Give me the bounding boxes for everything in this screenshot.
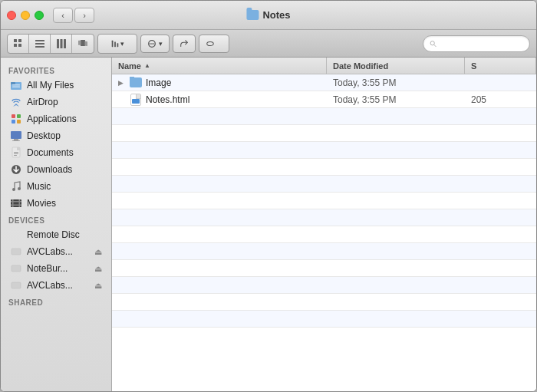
eject-button-3[interactable]: ⏏ [94,281,102,291]
file-name-cell: ▶ Image [112,77,327,89]
sidebar-item-desktop[interactable]: Desktop [2,127,110,144]
empty-row [112,176,536,193]
sort-arrow-name: ▲ [144,62,150,69]
empty-row [112,108,536,125]
svg-point-41 [18,187,21,190]
toolbar: ▾ ▾ [1,30,536,58]
svg-rect-27 [12,114,15,118]
back-button[interactable]: ‹ [53,8,73,23]
sidebar-item-documents[interactable]: Documents [2,144,110,161]
sidebar-item-music[interactable]: Music [2,178,110,195]
empty-row [112,142,536,159]
svg-rect-46 [19,199,21,207]
content-area: FAVORITES All My Files [1,58,536,391]
titlebar: ‹ › Notes [1,1,536,30]
table-row[interactable]: ▶ Image Today, 3:55 PM [112,74,536,91]
music-icon [10,180,22,193]
svg-rect-50 [12,249,21,255]
sidebar-item-label: NoteBur... [27,263,68,274]
sidebar-item-remote-disc[interactable]: Remote Disc [2,226,110,243]
remote-disc-icon [10,229,22,241]
col-header-name[interactable]: Name ▲ [112,58,327,74]
empty-row [112,125,536,142]
share-button[interactable] [173,35,196,53]
svg-rect-5 [35,43,44,44]
svg-point-40 [12,188,15,191]
file-date-cell: Today, 3:55 PM [327,77,465,88]
file-header: Name ▲ Date Modified S [112,58,536,74]
arrange-button[interactable]: ▾ [98,35,137,53]
search-box[interactable] [423,35,530,52]
documents-icon [10,147,22,159]
empty-row [112,193,536,209]
empty-row [112,294,536,311]
all-my-files-icon [10,79,22,91]
svg-rect-30 [17,120,21,124]
svg-rect-14 [114,41,116,47]
svg-rect-32 [14,139,18,140]
sidebar-item-all-my-files[interactable]: All My Files [2,77,110,94]
arrange-group: ▾ [97,34,137,54]
icon-view-button[interactable] [8,35,29,53]
coverflow-view-button[interactable] [72,35,94,53]
svg-rect-37 [14,153,18,154]
sidebar-item-applications[interactable]: Applications [2,110,110,127]
sidebar-item-avclabs2[interactable]: AVCLabs... ⏏ [2,277,110,294]
file-name-cell: Notes.html [112,94,327,106]
col-header-date[interactable]: Date Modified [327,58,465,74]
table-row[interactable]: Notes.html Today, 3:55 PM 205 [112,91,536,108]
svg-rect-45 [12,199,14,207]
file-area: Name ▲ Date Modified S ▶ [112,58,536,391]
forward-button[interactable]: › [74,8,94,23]
window-title-area: Notes [246,9,290,21]
svg-point-19 [153,43,154,44]
nav-buttons: ‹ › [53,8,94,23]
svg-rect-29 [12,120,15,124]
empty-row [112,243,536,260]
sidebar-item-label: Applications [27,114,77,124]
favorites-label: FAVORITES [1,62,111,77]
sidebar-item-avclabs1[interactable]: AVCLabs... ⏏ [2,243,110,260]
sidebar-item-label: AVCLabs... [27,246,73,257]
search-icon [430,40,437,48]
svg-rect-2 [14,44,17,47]
svg-rect-15 [117,43,119,47]
svg-rect-13 [112,40,114,47]
minimize-button[interactable] [21,11,30,20]
sidebar-item-movies[interactable]: Movies [2,195,110,212]
notebur-icon [10,262,22,275]
sidebar-item-notebur[interactable]: NoteBur... ⏏ [2,260,110,277]
title-folder-icon [246,10,259,20]
svg-point-21 [430,41,434,44]
maximize-button[interactable] [35,11,44,20]
eject-button-2[interactable]: ⏏ [94,264,102,274]
sidebar-item-downloads[interactable]: Downloads [2,161,110,178]
svg-rect-25 [12,84,20,86]
empty-row [112,260,536,277]
shared-label: SHARED [1,294,111,308]
column-view-button[interactable] [51,35,72,53]
action-button[interactable]: ▾ [140,35,170,53]
disclosure-triangle[interactable]: ▶ [118,79,126,87]
svg-rect-7 [57,39,59,48]
col-header-size[interactable]: S [465,58,536,74]
svg-line-22 [434,44,436,46]
sidebar-item-airdrop[interactable]: AirDrop [2,94,110,110]
traffic-lights [7,11,44,20]
list-view-button[interactable] [29,35,51,53]
sidebar-item-label: Movies [27,198,56,209]
close-button[interactable] [7,11,16,20]
svg-rect-8 [60,39,62,48]
svg-rect-3 [18,44,21,47]
svg-point-18 [151,43,153,44]
svg-rect-31 [11,131,21,139]
path-button[interactable] [199,35,229,53]
view-toggle-group [7,34,94,54]
movies-icon [10,197,22,209]
eject-button-1[interactable]: ⏏ [94,247,102,257]
svg-rect-28 [17,114,21,118]
svg-rect-11 [78,40,81,44]
search-input[interactable] [440,39,523,48]
svg-rect-33 [12,140,20,141]
sidebar-item-label: Documents [27,147,74,158]
